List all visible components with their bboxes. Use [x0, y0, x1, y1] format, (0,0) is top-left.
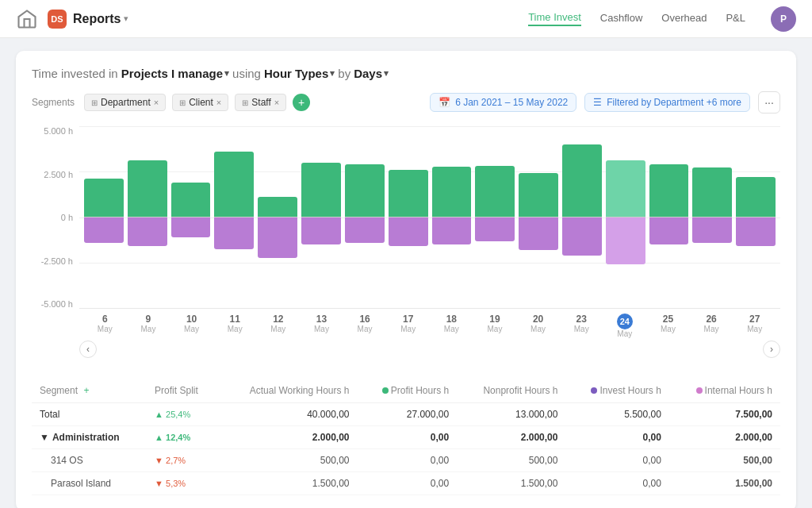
nav-overhead[interactable]: Overhead	[661, 12, 707, 25]
nav-pl[interactable]: P&L	[726, 12, 745, 25]
filter-chip-staff[interactable]: ⊞ Staff ×	[235, 94, 286, 111]
app-header: DS Reports ▾ Time Invest Cashflow Overhe…	[0, 0, 812, 38]
bar-group-11[interactable]	[214, 126, 254, 308]
prev-arrow-button[interactable]: ‹	[79, 341, 97, 358]
hour-types-dropdown[interactable]: Hour Types ▾	[264, 67, 335, 80]
filters-row: Segments ⊞ Department × ⊞ Client × ⊞ Sta…	[32, 91, 780, 114]
date-range-badge[interactable]: 📅 6 Jan 2021 – 15 May 2022	[430, 93, 576, 112]
table-row: ▼Administration ▲ 12,4% 2.000,00 0,00 2.…	[32, 426, 780, 449]
filters-right: 📅 6 Jan 2021 – 15 May 2022 ☰ Filtered by…	[430, 91, 780, 114]
bar-group-16[interactable]	[345, 126, 385, 308]
pos-bar-9	[128, 160, 167, 217]
date-range-text: 6 Jan 2021 – 15 May 2022	[455, 97, 568, 108]
filter-chip-department[interactable]: ⊞ Department ×	[84, 94, 166, 111]
bar-group-13[interactable]	[301, 126, 341, 308]
y-label-5000: 5.000 h	[44, 126, 73, 136]
neg-bar-26	[692, 217, 732, 243]
td-profit-h: 0,00	[358, 426, 458, 449]
x-label-6: 6May	[86, 314, 124, 333]
app-logo: DS	[48, 10, 67, 29]
x-label-26: 26May	[692, 314, 731, 333]
td-actual: 40.000,00	[218, 403, 358, 426]
bar-group-24[interactable]	[606, 126, 645, 308]
days-chevron-icon: ▾	[384, 68, 389, 79]
neg-bar-6	[84, 217, 124, 243]
x-label-17: 17May	[389, 314, 427, 333]
td-nonprofit-h: 500,00	[457, 449, 565, 472]
bar-group-6[interactable]	[84, 126, 124, 308]
td-internal-h: 1.500,00	[669, 472, 780, 495]
bar-group-12[interactable]	[258, 126, 297, 308]
staff-chip-label: Staff	[251, 97, 270, 108]
avatar[interactable]: P	[771, 6, 796, 32]
bar-group-9[interactable]	[128, 126, 167, 308]
td-profit-split: ▼ 5,3%	[147, 472, 218, 495]
staff-close-icon[interactable]: ×	[274, 98, 279, 107]
bar-group-10[interactable]	[171, 126, 211, 308]
hour-types-chevron-icon: ▾	[330, 68, 335, 79]
bar-group-25[interactable]	[649, 126, 689, 308]
department-close-icon[interactable]: ×	[154, 98, 159, 107]
bar-group-23[interactable]	[562, 126, 602, 308]
data-table: Segment + Profit Split Actual Working Ho…	[32, 379, 780, 495]
neg-bar-25	[649, 217, 689, 244]
client-close-icon[interactable]: ×	[216, 98, 221, 107]
next-arrow-button[interactable]: ›	[763, 341, 780, 358]
department-chip-label: Department	[101, 97, 151, 108]
title-text-1: Time invested in	[32, 67, 118, 80]
td-profit-split: ▲ 25,4%	[147, 403, 218, 426]
pos-bar-17	[389, 170, 428, 217]
bar-group-26[interactable]	[692, 126, 732, 308]
x-label-24: 24May	[606, 314, 645, 338]
calendar-icon: 📅	[439, 97, 450, 108]
pos-bar-20	[519, 173, 558, 217]
internal-hours-dot	[696, 387, 703, 394]
td-profit-h: 27.000,00	[358, 403, 458, 426]
td-segment: 314 OS	[32, 449, 147, 472]
pos-bar-13	[301, 163, 341, 217]
bar-group-20[interactable]	[519, 126, 558, 308]
x-axis-labels: 6May9May10May11May12May13May16May17May18…	[79, 309, 780, 341]
nav-time-invest[interactable]: Time Invest	[528, 11, 581, 26]
td-invest-h: 0,00	[565, 426, 668, 449]
table-row: 314 OS ▼ 2,7% 500,00 0,00 500,00 0,00 50…	[32, 449, 780, 472]
y-label-0: 0 h	[61, 213, 73, 222]
x-label-12: 12May	[259, 314, 298, 333]
add-segment-icon[interactable]: +	[83, 385, 89, 396]
x-label-9: 9May	[129, 314, 168, 333]
segments-label: Segments	[32, 97, 75, 108]
table-body: Total ▲ 25,4% 40.000,00 27.000,00 13.000…	[32, 403, 780, 495]
bar-group-17[interactable]	[389, 126, 428, 308]
pos-bar-16	[345, 164, 385, 217]
td-internal-h: 7.500,00	[669, 403, 780, 426]
td-internal-h: 2.000,00	[669, 426, 780, 449]
title-text-2: using	[232, 67, 261, 80]
filter-badge[interactable]: ☰ Filtered by Department +6 more	[584, 93, 750, 112]
bar-group-18[interactable]	[432, 126, 472, 308]
y-label-neg2500: -2.500 h	[41, 256, 73, 266]
pos-bar-25	[649, 164, 689, 217]
projects-label: Projects I manage	[121, 67, 223, 80]
x-label-18: 18May	[432, 314, 471, 333]
neg-bar-18	[432, 217, 472, 244]
main-content: Time invested in Projects I manage ▾ usi…	[0, 38, 812, 508]
title-text-3: by	[338, 67, 350, 80]
td-profit-h: 0,00	[358, 449, 458, 472]
add-filter-button[interactable]: +	[293, 94, 310, 111]
pos-bar-19	[475, 166, 515, 217]
bar-group-27[interactable]	[736, 126, 776, 308]
chart-container: 5.000 h 2.500 h 0 h -2.500 h -5.000 h 6M…	[32, 126, 780, 341]
days-label: Days	[354, 67, 382, 80]
td-actual: 2.000,00	[218, 426, 358, 449]
bar-group-19[interactable]	[475, 126, 515, 308]
more-options-button[interactable]: ···	[758, 91, 780, 114]
x-label-13: 13May	[302, 314, 341, 333]
neg-bar-16	[345, 217, 385, 243]
days-dropdown[interactable]: Days ▾	[354, 67, 389, 80]
neg-bar-11	[214, 217, 254, 249]
projects-dropdown[interactable]: Projects I manage ▾	[121, 67, 229, 80]
nav-cashflow[interactable]: Cashflow	[600, 12, 642, 25]
table-header-row: Segment + Profit Split Actual Working Ho…	[32, 379, 780, 403]
filter-chip-client[interactable]: ⊞ Client ×	[172, 94, 228, 111]
home-icon[interactable]	[16, 8, 38, 30]
